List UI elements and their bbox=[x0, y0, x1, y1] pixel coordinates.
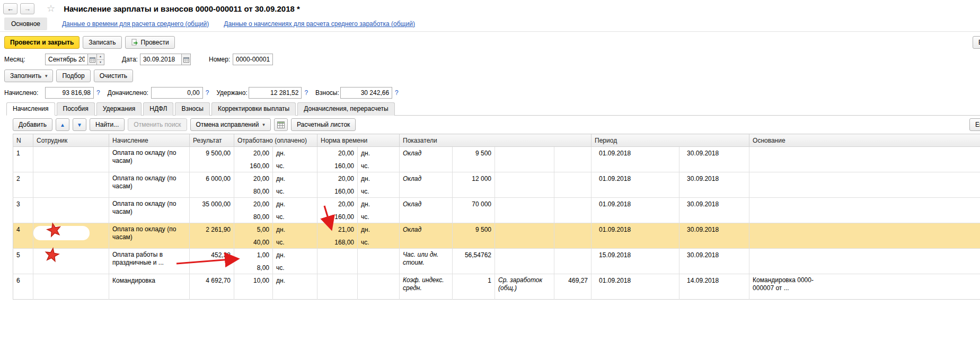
cell-indicator1-value[interactable]: 12 000 bbox=[453, 172, 495, 198]
cell-row-number[interactable]: 1 bbox=[13, 147, 33, 172]
cell-basis[interactable] bbox=[749, 223, 980, 249]
cell-worked-unit-2[interactable]: чс. bbox=[273, 185, 317, 198]
month-input[interactable] bbox=[45, 54, 87, 65]
cell-indicator1-name[interactable]: Час. или дн. стоим. bbox=[400, 249, 453, 274]
header-result[interactable]: Результат bbox=[190, 134, 234, 147]
cell-worked-value-1[interactable]: 20,00 bbox=[234, 198, 273, 211]
cell-period-to[interactable]: 30.09.2018 bbox=[679, 249, 749, 274]
cell-indicator1-name[interactable]: Оклад bbox=[400, 223, 453, 249]
cell-norm-unit-2[interactable]: чс. bbox=[358, 236, 400, 249]
cell-norm-value-1[interactable]: 20,00 bbox=[317, 172, 358, 185]
cell-accrual[interactable]: Оплата по окладу (по часам) bbox=[109, 198, 190, 223]
tab-payment-adjustments[interactable]: Корректировки выплаты bbox=[211, 102, 296, 116]
cell-worked-unit-1[interactable]: дн. bbox=[273, 147, 317, 160]
write-button[interactable]: Записать bbox=[83, 36, 121, 49]
cell-norm-unit-2[interactable] bbox=[358, 287, 400, 300]
cell-employee[interactable] bbox=[33, 198, 109, 223]
cell-row-number[interactable]: 2 bbox=[13, 172, 33, 198]
more-actions-button[interactable]: Ещё... bbox=[973, 36, 980, 49]
clear-button[interactable]: Очистить bbox=[94, 69, 133, 82]
cell-worked-value-2[interactable]: 40,00 bbox=[234, 236, 273, 249]
cell-basis[interactable]: Командировка 0000-000007 от ... bbox=[749, 274, 980, 300]
grid-settings-button[interactable] bbox=[274, 118, 288, 131]
move-up-button[interactable]: ▲ bbox=[56, 118, 69, 131]
cell-indicator2-value[interactable] bbox=[554, 249, 591, 274]
cell-accrual[interactable]: Оплата по окладу (по часам) bbox=[109, 172, 190, 198]
cell-indicator1-name[interactable]: Оклад bbox=[400, 147, 453, 172]
cell-employee[interactable] bbox=[33, 147, 109, 172]
cell-worked-unit-2[interactable]: чс. bbox=[273, 261, 317, 274]
cell-period-from[interactable]: 01.09.2018 bbox=[591, 223, 679, 249]
month-calendar-button[interactable] bbox=[87, 54, 97, 65]
cell-norm-unit-1[interactable]: дн. bbox=[358, 223, 400, 236]
cell-result[interactable]: 6 000,00 bbox=[190, 172, 234, 198]
cell-worked-unit-2[interactable]: чс. bbox=[273, 211, 317, 223]
cell-employee[interactable] bbox=[33, 249, 109, 274]
link-average-earnings-data[interactable]: Данные о начислениях для расчета среднег… bbox=[224, 20, 415, 28]
cell-period-to[interactable]: 30.09.2018 bbox=[679, 172, 749, 198]
cell-period-to[interactable]: 30.09.2018 bbox=[679, 223, 749, 249]
withheld-value[interactable] bbox=[249, 87, 302, 99]
contributions-help-link[interactable]: ? bbox=[395, 89, 399, 97]
cell-row-number[interactable]: 4 bbox=[13, 223, 33, 249]
tab-benefits[interactable]: Пособия bbox=[57, 102, 95, 116]
cell-result[interactable]: 9 500,00 bbox=[190, 147, 234, 172]
cell-indicator2-value[interactable] bbox=[554, 147, 591, 172]
cell-indicator2-name[interactable] bbox=[495, 223, 554, 249]
cell-period-from[interactable]: 01.09.2018 bbox=[591, 147, 679, 172]
forward-button[interactable]: → bbox=[20, 3, 34, 14]
back-button[interactable]: ← bbox=[3, 3, 17, 14]
cell-norm-value-2[interactable] bbox=[317, 287, 358, 300]
post-button[interactable]: Провести bbox=[125, 36, 175, 49]
cell-worked-unit-2[interactable] bbox=[273, 287, 317, 300]
header-period[interactable]: Период bbox=[591, 134, 749, 147]
tab-recalculations[interactable]: Доначисления, перерасчеты bbox=[297, 102, 394, 116]
cell-norm-unit-2[interactable]: чс. bbox=[358, 185, 400, 198]
cancel-search-button[interactable]: Отменить поиск bbox=[128, 118, 187, 131]
cell-indicator2-name[interactable]: Ср. заработок (общ.) bbox=[495, 274, 554, 300]
cell-accrual[interactable]: Оплата работы в праздничные и ... bbox=[109, 249, 190, 274]
cell-result[interactable]: 35 000,00 bbox=[190, 198, 234, 223]
tab-ndfl[interactable]: НДФЛ bbox=[143, 102, 173, 116]
cell-norm-value-2[interactable]: 168,00 bbox=[317, 236, 358, 249]
header-worked[interactable]: Отработано (оплачено) bbox=[234, 134, 317, 147]
cell-basis[interactable] bbox=[749, 198, 980, 223]
cell-period-from[interactable]: 01.09.2018 bbox=[591, 172, 679, 198]
tab-accruals[interactable]: Начисления bbox=[6, 102, 55, 116]
header-basis[interactable]: Основание bbox=[749, 134, 980, 147]
fill-button[interactable]: Заполнить ▾ bbox=[4, 69, 53, 82]
cell-indicator1-value[interactable]: 56,54762 bbox=[453, 249, 495, 274]
tab-deductions[interactable]: Удержания bbox=[96, 102, 142, 116]
header-n[interactable]: N bbox=[13, 134, 33, 147]
cell-norm-value-1[interactable]: 21,00 bbox=[317, 223, 358, 236]
cell-worked-value-2[interactable]: 80,00 bbox=[234, 211, 273, 223]
cell-worked-value-1[interactable]: 1,00 bbox=[234, 249, 273, 261]
cell-worked-unit-1[interactable]: дн. bbox=[273, 274, 317, 287]
cell-worked-value-2[interactable] bbox=[234, 287, 273, 300]
cell-norm-value-2[interactable]: 160,00 bbox=[317, 211, 358, 223]
favorite-star-icon[interactable]: ☆ bbox=[47, 3, 55, 14]
cell-norm-unit-1[interactable]: дн. bbox=[358, 198, 400, 211]
header-accrual[interactable]: Начисление bbox=[109, 134, 190, 147]
cell-indicator1-value[interactable]: 9 500 bbox=[453, 147, 495, 172]
payslip-button[interactable]: Расчетный листок bbox=[291, 118, 356, 131]
cell-period-to[interactable]: 30.09.2018 bbox=[679, 198, 749, 223]
cell-worked-value-1[interactable]: 10,00 bbox=[234, 274, 273, 287]
cell-period-from[interactable]: 01.09.2018 bbox=[591, 274, 679, 300]
cell-result[interactable]: 2 261,90 bbox=[190, 223, 234, 249]
cell-basis[interactable] bbox=[749, 147, 980, 172]
cell-indicator1-value[interactable]: 70 000 bbox=[453, 198, 495, 223]
cell-indicator1-value[interactable]: 9 500 bbox=[453, 223, 495, 249]
cell-norm-value-2[interactable]: 160,00 bbox=[317, 185, 358, 198]
cell-worked-unit-1[interactable]: дн. bbox=[273, 223, 317, 236]
number-input[interactable] bbox=[233, 54, 273, 65]
cell-indicator2-name[interactable] bbox=[495, 249, 554, 274]
header-norm[interactable]: Норма времени bbox=[317, 134, 400, 147]
cell-result[interactable]: 452,38 bbox=[190, 249, 234, 274]
cell-basis[interactable] bbox=[749, 172, 980, 198]
cell-indicator1-name[interactable]: Оклад bbox=[400, 172, 453, 198]
find-button[interactable]: Найти... bbox=[90, 118, 125, 131]
pick-button[interactable]: Подбор bbox=[56, 69, 90, 82]
tab-main[interactable]: Основное bbox=[4, 18, 47, 30]
cell-indicator2-value[interactable] bbox=[554, 172, 591, 198]
